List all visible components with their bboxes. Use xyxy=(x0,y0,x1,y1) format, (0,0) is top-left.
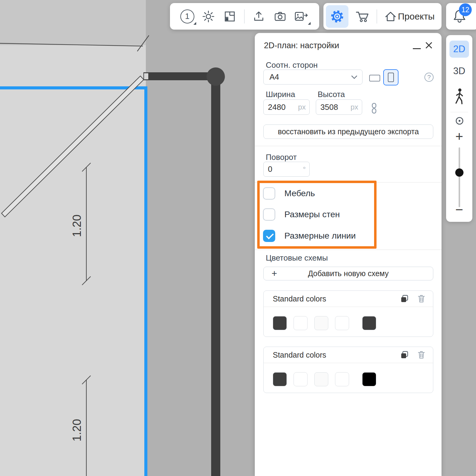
delete-scheme-button[interactable] xyxy=(417,294,426,303)
settings-panel: 2D-план: настройки Соотн. сторон A4 ? Ши… xyxy=(255,33,442,476)
camera-icon xyxy=(273,9,287,23)
floor-selector-button[interactable]: 1 xyxy=(180,9,194,23)
swatch-row xyxy=(264,363,433,386)
furniture-label: Мебель xyxy=(284,189,315,198)
plus-icon: + xyxy=(272,268,277,279)
toolbar-divider xyxy=(450,112,468,112)
add-scheme-button[interactable]: + Добавить новую схему xyxy=(263,267,433,280)
color-swatch[interactable] xyxy=(294,316,308,330)
landscape-icon xyxy=(369,75,380,81)
floorplan-outside-area xyxy=(0,0,146,45)
height-unit: px xyxy=(351,103,358,111)
copy-icon xyxy=(400,294,409,303)
panel-title: 2D-план: настройки xyxy=(264,41,339,50)
duplicate-scheme-button[interactable] xyxy=(400,350,409,359)
render-export-button[interactable] xyxy=(294,9,309,23)
view-2d-button[interactable]: 2D xyxy=(449,41,469,58)
delete-scheme-button[interactable] xyxy=(417,350,426,359)
question-mark: ? xyxy=(427,74,431,81)
dropdown-caret-icon xyxy=(193,22,196,25)
wall-sizes-label: Размеры стен xyxy=(284,210,340,219)
selection-outline-right xyxy=(144,86,147,476)
dimension-lines-checkbox[interactable] xyxy=(263,230,275,242)
wall-sizes-checkbox[interactable] xyxy=(263,208,275,221)
toolbar-divider xyxy=(377,9,377,23)
dropdown-caret-icon xyxy=(308,22,311,25)
restore-export-button[interactable]: восстановить из предыдущего экспорта xyxy=(263,124,433,139)
width-input[interactable]: 2480 px xyxy=(263,99,310,115)
trash-icon xyxy=(417,294,426,303)
view-3d-button[interactable]: 3D xyxy=(446,66,472,77)
width-unit: px xyxy=(298,103,306,111)
orientation-landscape-button[interactable] xyxy=(368,71,382,85)
walk-mode-button[interactable] xyxy=(453,88,466,106)
wall-junction-gap xyxy=(144,73,148,79)
selection-outline-top xyxy=(0,86,147,89)
minimize-icon[interactable] xyxy=(413,48,421,49)
aspect-ratio-select[interactable]: A4 xyxy=(263,70,362,85)
degree-unit: ° xyxy=(303,165,306,174)
projects-button[interactable]: Проекты xyxy=(384,10,435,23)
color-swatch[interactable] xyxy=(362,372,376,386)
chain-link-icon xyxy=(370,103,378,114)
layer-row-dimension-lines: Размерные линии xyxy=(263,230,356,242)
rotation-input[interactable]: 0 ° xyxy=(263,162,310,177)
scheme-card-header: Standard colors xyxy=(264,347,433,363)
color-swatch[interactable] xyxy=(314,372,328,386)
height-input[interactable]: 3508 px xyxy=(316,99,362,115)
color-swatch[interactable] xyxy=(273,372,287,386)
shop-button[interactable] xyxy=(355,10,370,23)
scheme-title: Standard colors xyxy=(273,294,400,303)
color-scheme-card: Standard colors xyxy=(263,290,433,337)
divider xyxy=(255,250,442,250)
orientation-portrait-button[interactable] xyxy=(383,69,398,85)
color-swatch[interactable] xyxy=(335,372,349,386)
screenshot-button[interactable] xyxy=(273,9,287,23)
wall-vertical[interactable] xyxy=(211,72,220,476)
aspect-ratio-value: A4 xyxy=(269,72,279,82)
help-button[interactable]: ? xyxy=(424,73,434,82)
floorplan-view-button[interactable] xyxy=(223,9,237,23)
portrait-icon xyxy=(388,73,394,82)
floor-number: 1 xyxy=(180,9,194,23)
gear-icon xyxy=(330,9,345,24)
cart-icon xyxy=(355,10,370,23)
secondary-toolbar: Проекты xyxy=(323,3,442,30)
dimension-label: 1.20 xyxy=(70,413,83,447)
chevron-down-icon xyxy=(351,75,357,79)
main-toolbar: 1 xyxy=(170,3,319,30)
wall-corner-node[interactable] xyxy=(207,67,225,86)
link-dimensions-button[interactable] xyxy=(370,103,378,114)
zoom-out-button[interactable]: − xyxy=(446,204,472,216)
rotation-label: Поворот xyxy=(266,153,297,162)
home-icon xyxy=(384,10,397,23)
close-icon[interactable] xyxy=(424,41,434,50)
recenter-button[interactable] xyxy=(454,116,465,126)
furniture-checkbox[interactable] xyxy=(263,187,275,200)
duplicate-scheme-button[interactable] xyxy=(400,294,409,303)
layer-row-furniture: Мебель xyxy=(263,187,315,200)
color-swatch[interactable] xyxy=(294,372,308,386)
zoom-slider-handle[interactable] xyxy=(455,168,463,177)
color-swatch[interactable] xyxy=(314,316,328,330)
color-swatch[interactable] xyxy=(335,316,349,330)
target-icon xyxy=(454,116,465,126)
layer-row-wall-sizes: Размеры стен xyxy=(263,208,340,221)
scheme-title: Standard colors xyxy=(273,351,400,359)
walking-person-icon xyxy=(453,88,466,106)
divider xyxy=(255,182,442,182)
settings-button[interactable] xyxy=(326,5,348,28)
export-icon xyxy=(252,9,266,23)
color-scheme-card: Standard colors xyxy=(263,347,433,393)
image-export-icon xyxy=(294,9,309,23)
export-button[interactable] xyxy=(252,9,266,23)
view-toolbar: 2D 3D + − xyxy=(446,35,472,222)
sun-icon xyxy=(201,9,215,23)
trash-icon xyxy=(417,350,426,359)
zoom-in-button[interactable]: + xyxy=(446,130,472,142)
brightness-button[interactable] xyxy=(201,9,215,23)
divider xyxy=(255,146,442,146)
color-swatch[interactable] xyxy=(362,316,376,330)
color-swatch[interactable] xyxy=(273,316,287,330)
zoom-slider-track[interactable] xyxy=(459,147,460,207)
